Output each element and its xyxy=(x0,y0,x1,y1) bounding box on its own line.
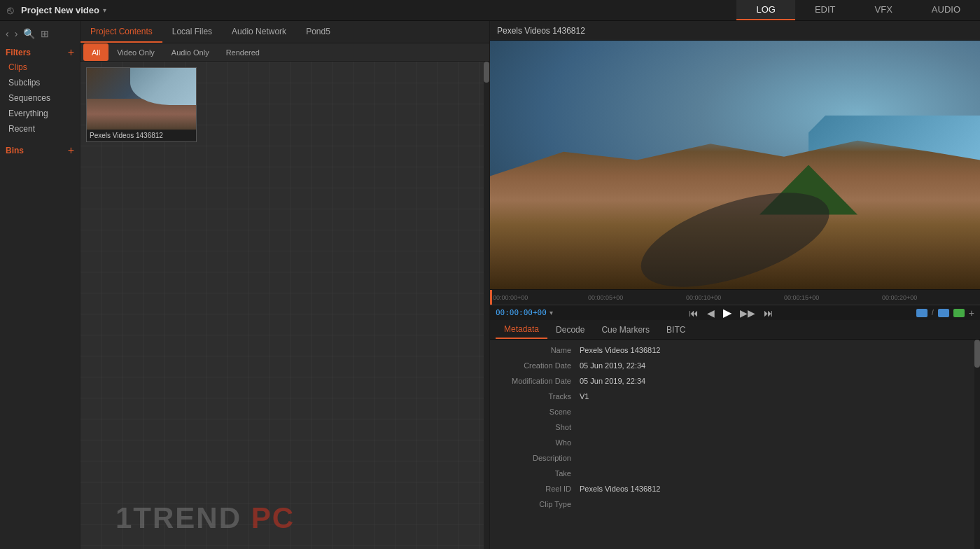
clip-item[interactable]: Pexels Videos 1436812 xyxy=(86,67,197,142)
preview-header: Pexels Videos 1436812 xyxy=(490,21,980,41)
sidebar-item-clips[interactable]: Clips xyxy=(0,60,80,75)
tab-edit[interactable]: EDIT xyxy=(795,0,855,20)
tab-local-files[interactable]: Local Files xyxy=(162,21,222,43)
sidebar-back-btn[interactable]: ‹ xyxy=(6,28,9,39)
meta-key: Clip Type xyxy=(496,500,580,508)
timeline-mark-3: 00:00:15+00 xyxy=(784,294,819,301)
sidebar-item-recent[interactable]: Recent xyxy=(0,121,80,137)
right-panel: Pexels Videos 1436812 00:00:00+00 00:00:… xyxy=(490,21,980,549)
clip-label: Pexels Videos 1436812 xyxy=(87,130,196,141)
step-back-btn[interactable]: ◀ xyxy=(704,306,718,320)
mark-icon[interactable] xyxy=(953,309,965,317)
filter-video-only[interactable]: Video Only xyxy=(108,43,163,61)
bins-label: Bins xyxy=(6,146,24,155)
meta-key: Take xyxy=(496,469,580,478)
timeline-bar[interactable]: 00:00:00+00 00:00:05+00 00:00:10+00 00:0… xyxy=(490,289,980,305)
title-bar: ⎋ Project New video ▾ LOG EDIT VFX AUDIO xyxy=(0,0,980,21)
middle-scrollbar-thumb xyxy=(484,62,489,83)
meta-key: Description xyxy=(496,454,580,462)
meta-key: Tracks xyxy=(496,392,580,401)
separator-icon: / xyxy=(932,309,934,317)
sidebar-grid-btn[interactable]: ⊞ xyxy=(41,28,49,39)
meta-key: Creation Date xyxy=(496,361,580,370)
metadata-panel: Metadata Decode Cue Markers BITC Name Pe… xyxy=(490,320,980,549)
meta-row: Clip Type xyxy=(490,496,974,512)
timeline-mark-4: 00:00:20+00 xyxy=(882,294,917,301)
sidebar-fwd-btn[interactable]: › xyxy=(15,28,18,39)
bins-add-btn[interactable]: + xyxy=(68,145,74,156)
filters-label: Filters xyxy=(6,48,31,57)
sidebar: ‹ › 🔍 ⊞ Filters + Clips Subclips Sequenc… xyxy=(0,21,80,549)
filter-rendered[interactable]: Rendered xyxy=(218,43,268,61)
top-tabs: LOG EDIT VFX AUDIO xyxy=(736,0,980,20)
back-navigation[interactable]: ⎋ xyxy=(0,4,21,17)
middle-tabs: Project Contents Local Files Audio Netwo… xyxy=(80,21,489,43)
timeline-playhead xyxy=(490,290,492,305)
meta-value: Pexels Videos 1436812 xyxy=(580,346,660,354)
meta-key: Name xyxy=(496,346,580,354)
transport-controls: ⏮ ◀ ▶ ▶▶ ⏭ xyxy=(686,305,776,321)
content-area: Pexels Videos 1436812 1TREND PC xyxy=(80,62,489,549)
meta-tab-bitc[interactable]: BITC xyxy=(658,320,694,339)
sidebar-navigation: ‹ › 🔍 ⊞ xyxy=(0,25,80,43)
filter-tabs: All Video Only Audio Only Rendered xyxy=(80,43,489,62)
in-point-icon[interactable] xyxy=(916,309,927,317)
sidebar-item-sequences[interactable]: Sequences xyxy=(0,90,80,106)
filters-header: Filters + xyxy=(0,43,80,60)
skip-end-btn[interactable]: ⏭ xyxy=(761,306,776,320)
time-dropdown-btn[interactable]: ▾ xyxy=(550,309,553,317)
project-dropdown-icon[interactable]: ▾ xyxy=(103,6,106,14)
tab-audio-network[interactable]: Audio Network xyxy=(222,21,296,43)
meta-row: Modification Date 05 Jun 2019, 22:34 xyxy=(490,373,974,389)
middle-panel: Project Contents Local Files Audio Netwo… xyxy=(80,21,490,549)
filter-audio-only[interactable]: Audio Only xyxy=(163,43,218,61)
tab-audio[interactable]: AUDIO xyxy=(912,0,980,20)
meta-scrollbar[interactable] xyxy=(974,340,980,549)
middle-scrollbar[interactable] xyxy=(484,62,489,549)
meta-content: Name Pexels Videos 1436812 Creation Date… xyxy=(490,340,980,549)
meta-value: 05 Jun 2019, 22:34 xyxy=(580,377,645,385)
sidebar-item-subclips[interactable]: Subclips xyxy=(0,75,80,90)
meta-key: Scene xyxy=(496,408,580,416)
exit-icon: ⎋ xyxy=(7,4,14,17)
bins-header: Bins + xyxy=(0,139,80,158)
meta-row: Creation Date 05 Jun 2019, 22:34 xyxy=(490,358,974,373)
sidebar-search-btn[interactable]: 🔍 xyxy=(23,28,35,39)
meta-row: Name Pexels Videos 1436812 xyxy=(490,342,974,358)
filter-all[interactable]: All xyxy=(83,43,108,61)
out-point-icon[interactable] xyxy=(938,309,949,317)
meta-tabs: Metadata Decode Cue Markers BITC xyxy=(490,320,980,340)
project-title: Project New video xyxy=(21,5,103,15)
meta-value: Pexels Videos 1436812 xyxy=(580,485,660,493)
meta-value: 05 Jun 2019, 22:34 xyxy=(580,361,645,370)
step-fwd-btn[interactable]: ▶▶ xyxy=(737,306,758,320)
meta-row: Shot xyxy=(490,419,974,435)
video-background xyxy=(490,41,980,289)
meta-tab-cue-markers[interactable]: Cue Markers xyxy=(593,320,658,339)
watermark-text: 1TREND PC xyxy=(115,501,295,535)
meta-row: Reel ID Pexels Videos 1436812 xyxy=(490,481,974,496)
clip-thumbnail xyxy=(87,68,196,130)
meta-key: Reel ID xyxy=(496,485,580,493)
meta-key: Shot xyxy=(496,423,580,431)
current-time-display: 00:00:00+00 xyxy=(496,308,547,317)
tab-log[interactable]: LOG xyxy=(736,0,794,20)
play-btn[interactable]: ▶ xyxy=(720,305,734,321)
preview-video xyxy=(490,41,980,289)
tab-pond5[interactable]: Pond5 xyxy=(296,21,340,43)
meta-key: Who xyxy=(496,438,580,447)
transport-bar: 00:00:00+00 ▾ ⏮ ◀ ▶ ▶▶ ⏭ / + xyxy=(490,305,980,320)
add-mark-btn[interactable]: + xyxy=(969,307,974,319)
skip-start-btn[interactable]: ⏮ xyxy=(686,306,701,320)
tab-vfx[interactable]: VFX xyxy=(855,0,912,20)
meta-row: Tracks V1 xyxy=(490,389,974,404)
timeline-mark-1: 00:00:05+00 xyxy=(588,294,623,301)
transport-icons-right: / + xyxy=(916,307,974,319)
meta-table: Name Pexels Videos 1436812 Creation Date… xyxy=(490,340,974,549)
sidebar-item-everything[interactable]: Everything xyxy=(0,106,80,121)
timeline-mark-2: 00:00:10+00 xyxy=(686,294,721,301)
meta-tab-decode[interactable]: Decode xyxy=(547,320,593,339)
meta-tab-metadata[interactable]: Metadata xyxy=(496,320,547,339)
tab-project-contents[interactable]: Project Contents xyxy=(80,21,162,43)
filters-add-btn[interactable]: + xyxy=(68,47,74,58)
